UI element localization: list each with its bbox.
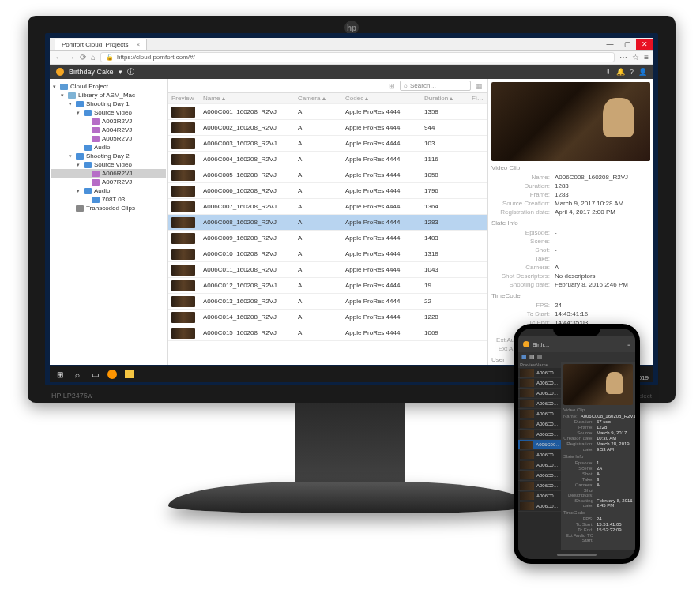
header-help-icon[interactable]: ? bbox=[630, 68, 634, 76]
window-minimize-button[interactable]: — bbox=[601, 39, 619, 50]
phone-home-indicator[interactable] bbox=[557, 554, 597, 556]
nav-back-icon[interactable]: ← bbox=[55, 53, 62, 62]
table-row[interactable]: A006C007_160208_R2VJAApple ProRes 444413… bbox=[168, 199, 487, 215]
table-row[interactable]: A006C012_160208_R2VJAApple ProRes 444419 bbox=[168, 278, 487, 294]
phone-list-row[interactable]: A006C0… bbox=[518, 471, 561, 481]
search-input[interactable]: ⌕ Search… bbox=[400, 81, 471, 91]
clip-thumbnail bbox=[171, 154, 195, 165]
tree-item[interactable]: A004R2VJ bbox=[51, 126, 166, 134]
th-preview[interactable]: Preview bbox=[168, 95, 200, 102]
table-row[interactable]: A006C013_160208_R2VJAApple ProRes 444422 bbox=[168, 294, 487, 310]
phone-thumbnail bbox=[520, 502, 534, 510]
taskbar-taskview-icon[interactable]: ▭ bbox=[89, 369, 100, 380]
phone-project-name[interactable]: Birth… bbox=[533, 342, 549, 347]
tree-item[interactable]: ▾Shooting Day 2 bbox=[51, 152, 166, 160]
detail-key: Source Creation: bbox=[491, 200, 555, 207]
filter-icon[interactable]: ⊞ bbox=[389, 82, 395, 90]
clip-thumbnail bbox=[171, 249, 195, 260]
project-dropdown-icon[interactable]: ▾ bbox=[119, 68, 122, 76]
table-row[interactable]: A006C006_160208_R2VJAApple ProRes 444417… bbox=[168, 183, 487, 199]
cell-name: A006C015_160208_R2VJ bbox=[200, 329, 295, 336]
project-name[interactable]: Birthday Cake bbox=[69, 68, 114, 76]
phone-detail-row: Episode:1 bbox=[563, 460, 633, 465]
taskbar-explorer-icon[interactable] bbox=[124, 369, 135, 380]
tree-item[interactable]: Transcoded Clips bbox=[51, 204, 166, 212]
header-download-icon[interactable]: ⬇ bbox=[605, 68, 612, 76]
project-info-icon[interactable]: ⓘ bbox=[127, 67, 134, 77]
detail-panel: Video Clip Name:A006C008_160208_R2VJDura… bbox=[487, 79, 653, 365]
phone-view-icon-1[interactable]: ▦ bbox=[521, 354, 527, 360]
ext-icon-2[interactable]: ☆ bbox=[632, 53, 639, 62]
browser-tab[interactable]: Pomfort Cloud: Projects × bbox=[55, 39, 147, 50]
phone-list-row[interactable]: A006C0… bbox=[518, 389, 561, 399]
phone-list-row[interactable]: A006C0… bbox=[518, 450, 561, 460]
table-row[interactable]: A006C002_160208_R2VJAApple ProRes 444494… bbox=[168, 120, 487, 136]
phone-list-row[interactable]: A006C0… bbox=[518, 368, 561, 378]
phone-header-menu-icon[interactable]: ≡ bbox=[627, 342, 630, 347]
phone-list-row[interactable]: A006C0… bbox=[518, 378, 561, 389]
table-row[interactable]: A006C008_160208_R2VJAApple ProRes 444412… bbox=[168, 215, 487, 231]
cell-duration: 1403 bbox=[421, 235, 469, 242]
window-maximize-button[interactable]: ▢ bbox=[619, 39, 636, 50]
detail-row: Take: bbox=[491, 254, 650, 263]
phone-list-row[interactable]: A006C0… bbox=[518, 430, 561, 440]
phone-view-icon-2[interactable]: ▤ bbox=[529, 354, 535, 360]
phone-list-row[interactable]: A006C0… bbox=[518, 460, 561, 471]
detail-value: February 8, 2016 2:46 PM bbox=[555, 281, 650, 288]
table-row[interactable]: A006C004_160208_R2VJAApple ProRes 444411… bbox=[168, 152, 487, 167]
cell-camera: A bbox=[295, 171, 342, 178]
table-row[interactable]: A006C005_160208_R2VJAApple ProRes 444410… bbox=[168, 167, 487, 183]
table-row[interactable]: A006C015_160208_R2VJAApple ProRes 444410… bbox=[168, 325, 487, 341]
phone-list-row[interactable]: A006C0… bbox=[518, 399, 561, 409]
cell-codec: Apple ProRes 4444 bbox=[342, 282, 421, 289]
tree-item[interactable]: A005R2VJ bbox=[51, 134, 166, 143]
nav-reload-icon[interactable]: ⟳ bbox=[80, 53, 86, 62]
tree-item[interactable]: ▾Audio bbox=[51, 186, 166, 195]
phone-list-row[interactable]: A006C0… bbox=[518, 419, 561, 430]
tree-item[interactable]: Audio bbox=[51, 143, 166, 152]
tree-item[interactable]: ▾Cloud Project bbox=[51, 82, 166, 91]
th-filesize[interactable]: File Size bbox=[469, 95, 487, 102]
tree-item[interactable]: A007R2VJ bbox=[51, 178, 166, 186]
phone-list-row[interactable]: A006C0… bbox=[518, 409, 561, 419]
header-notification-icon[interactable]: 🔔 bbox=[616, 68, 625, 76]
taskbar-search-icon[interactable]: ⌕ bbox=[72, 369, 83, 380]
tree-item[interactable]: 708T 03 bbox=[51, 195, 166, 204]
tree-item[interactable]: ▾Library of ASM_Mac bbox=[51, 91, 166, 100]
window-close-button[interactable]: ✕ bbox=[636, 39, 653, 50]
ext-icon-3[interactable]: ≡ bbox=[644, 53, 649, 62]
tab-close-icon[interactable]: × bbox=[136, 41, 140, 48]
nav-forward-icon[interactable]: → bbox=[67, 53, 75, 62]
table-row[interactable]: A006C001_160208_R2VJAApple ProRes 444413… bbox=[168, 104, 487, 120]
th-duration[interactable]: Duration ▴ bbox=[421, 95, 469, 102]
th-camera[interactable]: Camera ▴ bbox=[295, 95, 342, 102]
taskbar-firefox-icon[interactable] bbox=[107, 369, 118, 380]
cell-camera: A bbox=[295, 203, 342, 210]
phone-list-row[interactable]: A006C00… bbox=[518, 440, 561, 450]
view-toggle-icon[interactable]: ▦ bbox=[476, 82, 483, 90]
th-name[interactable]: Name ▴ bbox=[200, 95, 295, 102]
tree-item[interactable]: ▾Shooting Day 1 bbox=[51, 100, 166, 108]
table-row[interactable]: A006C009_160208_R2VJAApple ProRes 444414… bbox=[168, 231, 487, 246]
th-codec[interactable]: Codec ▴ bbox=[342, 95, 421, 102]
url-bar[interactable]: 🔒 https://cloud.pomfort.com/#/ bbox=[100, 52, 615, 62]
phone-list-row[interactable]: A006C0… bbox=[518, 481, 561, 491]
tree-item[interactable]: ▾Source Video bbox=[51, 160, 166, 169]
table-row[interactable]: A006C010_160208_R2VJAApple ProRes 444413… bbox=[168, 246, 487, 262]
phone-list-row[interactable]: A006C0… bbox=[518, 491, 561, 501]
phone-view-icon-3[interactable]: ▥ bbox=[537, 354, 543, 360]
table-row[interactable]: A006C011_160208_R2VJAApple ProRes 444410… bbox=[168, 262, 487, 278]
header-user-icon[interactable]: 👤 bbox=[638, 68, 647, 76]
ext-icon-1[interactable]: ⋯ bbox=[619, 53, 627, 62]
nav-home-icon[interactable]: ⌂ bbox=[91, 53, 96, 62]
start-button[interactable]: ⊞ bbox=[55, 369, 66, 380]
tree-item[interactable]: ▾Source Video bbox=[51, 108, 166, 117]
table-row[interactable]: A006C014_160208_R2VJAApple ProRes 444412… bbox=[168, 310, 487, 325]
center-panel: ⊞ ⌕ Search… ▦ Preview Name ▴ Camera ▴ Co… bbox=[168, 79, 487, 365]
tree-item[interactable]: A006R2VJ bbox=[51, 169, 166, 178]
detail-value: A bbox=[555, 264, 650, 271]
phone-detail-row: Scene:2A bbox=[563, 465, 633, 471]
tree-item[interactable]: A003R2VJ bbox=[51, 117, 166, 126]
phone-list-row[interactable]: A006C0… bbox=[518, 501, 561, 512]
table-row[interactable]: A006C003_160208_R2VJAApple ProRes 444410… bbox=[168, 136, 487, 152]
